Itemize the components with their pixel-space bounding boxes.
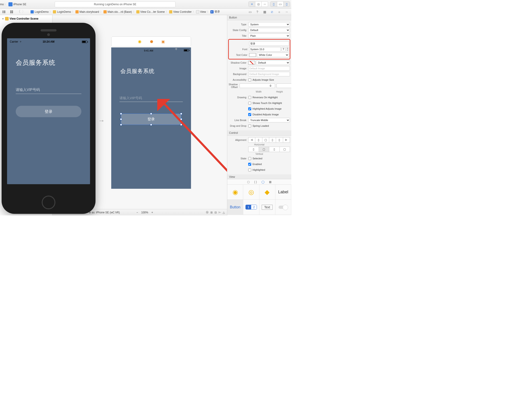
- viewcontroller-dock-icon[interactable]: ◉: [138, 39, 142, 44]
- align-icon[interactable]: ⊟: [215, 211, 217, 214]
- svg-rect-0: [2, 10, 3, 11]
- viewcontroller-icon: [169, 10, 172, 14]
- left-pane-icon[interactable]: ▯: [271, 2, 277, 7]
- zoom-in-icon[interactable]: +: [151, 211, 153, 214]
- storyboard-scene[interactable]: ◉ ⬣ ▣ 9:41 AM 会员服务系统 请输入VIP号码 登录: [111, 36, 191, 189]
- editor-mode-segment[interactable]: ≡ ◎ ↔: [249, 1, 268, 7]
- shadow-width-stepper[interactable]: [239, 84, 275, 88]
- highlighted-checkbox[interactable]: Highlighted: [248, 168, 290, 172]
- shadow-color-popup[interactable]: Default: [256, 60, 290, 65]
- folder-icon: [53, 10, 56, 14]
- help-inspector-icon[interactable]: ?: [255, 10, 259, 14]
- resize-handle[interactable]: [180, 124, 182, 126]
- image-field[interactable]: [248, 66, 290, 71]
- resize-handle[interactable]: [180, 118, 182, 120]
- section-control: Control: [227, 130, 291, 136]
- standard-editor-icon[interactable]: ≡: [249, 2, 255, 7]
- breadcrumb[interactable]: LoginDemo〉 LoginDemo〉 Main.storyboard〉 M…: [30, 10, 248, 14]
- zoom-out-icon[interactable]: −: [136, 211, 138, 214]
- title-label[interactable]: 会员服务系统: [120, 68, 155, 75]
- background-field[interactable]: [248, 72, 290, 76]
- exit-dock-icon[interactable]: ▣: [161, 39, 165, 44]
- login-button-selected[interactable]: 登录: [121, 113, 181, 125]
- file-inspector-icon[interactable]: ▭: [248, 10, 252, 14]
- identity-inspector-icon[interactable]: ▦: [263, 10, 267, 14]
- storyboard-view[interactable]: 9:41 AM 会员服务系统 请输入VIP号码 登录: [111, 47, 191, 189]
- shadow-height-stepper[interactable]: [277, 84, 291, 88]
- scheme-target: iPhone SE: [14, 3, 26, 6]
- library-label[interactable]: Label: [275, 185, 291, 200]
- entry-point-arrow-icon[interactable]: →: [98, 117, 105, 124]
- resize-handle[interactable]: [120, 113, 122, 115]
- outline-toggle-icon[interactable]: [8, 10, 15, 14]
- title-type-popup[interactable]: Plain: [248, 34, 290, 38]
- scheme-selector[interactable]: mo 〉 iPhone SE: [0, 2, 26, 7]
- disclosure-triangle-icon[interactable]: ▼: [2, 18, 4, 20]
- line-break-popup[interactable]: Truncate Middle: [248, 118, 290, 123]
- library-cube[interactable]: ◆: [259, 185, 275, 200]
- version-editor-icon[interactable]: ↔: [261, 2, 268, 7]
- code-snippet-icon[interactable]: { }: [254, 180, 257, 183]
- color-swatch[interactable]: [249, 53, 256, 57]
- scene-dock[interactable]: ◉ ⬣ ▣: [111, 36, 191, 46]
- enabled-checkbox[interactable]: Enabled: [248, 163, 290, 166]
- library-textfield[interactable]: Text: [259, 200, 275, 215]
- project-icon: [30, 10, 34, 14]
- embed-icon[interactable]: ⊞: [210, 211, 213, 214]
- resize-handle[interactable]: [150, 113, 152, 115]
- first-responder-dock-icon[interactable]: ⬣: [150, 39, 153, 44]
- object-library-icon[interactable]: ◯: [261, 180, 264, 183]
- nav-back-icon[interactable]: 〈: [17, 9, 20, 14]
- library-viewcontroller[interactable]: ◉: [227, 185, 243, 200]
- assistant-editor-icon[interactable]: ◎: [255, 2, 261, 7]
- view-as-control[interactable]: w as: iPhone SE (wC hR): [89, 211, 120, 214]
- related-items-icon[interactable]: [0, 10, 8, 14]
- color-swatch[interactable]: [248, 61, 255, 64]
- adjusts-image-size-checkbox[interactable]: Adjusts Image Size: [248, 79, 290, 81]
- connections-inspector-icon[interactable]: →: [284, 10, 288, 14]
- vip-textfield[interactable]: 请输入VIP号码: [119, 96, 183, 102]
- selected-checkbox[interactable]: Selected: [248, 157, 290, 160]
- right-pane-icon[interactable]: ▯: [283, 2, 290, 7]
- h-alignment-segment[interactable]: ⫷▯▢▯▯⫸: [248, 137, 290, 143]
- simulator-screen[interactable]: Carrier ᯤ 10:24 AM 会员服务系统 请输入VIP号码 登录: [7, 38, 90, 184]
- outline-scene-row[interactable]: ▼ View Controller Scene: [1, 16, 52, 21]
- scene-icon: [5, 17, 9, 20]
- zoom-controls[interactable]: − 100% +: [136, 211, 153, 214]
- resize-handle[interactable]: [120, 118, 122, 120]
- canvas-filter-icon[interactable]: ⦿: [206, 211, 209, 214]
- title-text-field[interactable]: [249, 41, 289, 46]
- highlighted-adjusts-checkbox[interactable]: Highlighted Adjusts Image: [248, 107, 290, 110]
- library-slider[interactable]: [275, 200, 291, 215]
- pane-visibility-segment[interactable]: ▯ ▭ ▯: [270, 1, 290, 7]
- scheme-chevron: 〉: [4, 3, 7, 6]
- login-button[interactable]: 登录: [16, 106, 81, 117]
- bottom-pane-icon[interactable]: ▭: [277, 2, 283, 7]
- font-picker-icon[interactable]: T: [282, 47, 285, 52]
- vip-textfield[interactable]: 请输入VIP号码: [16, 88, 81, 94]
- type-popup[interactable]: System: [248, 22, 290, 27]
- nav-forward-icon[interactable]: 〉: [22, 9, 25, 14]
- state-config-popup[interactable]: Default: [248, 28, 290, 32]
- resize-handle[interactable]: [180, 113, 182, 115]
- add-button-icon[interactable]: +: [175, 46, 178, 52]
- shows-touch-checkbox[interactable]: Shows Touch On Highlight: [248, 102, 290, 105]
- resolve-icon[interactable]: △: [223, 211, 225, 214]
- home-button[interactable]: [42, 196, 55, 209]
- library-navcontroller[interactable]: ◎: [243, 185, 259, 200]
- v-alignment-segment[interactable]: ▯▢▯▢: [248, 147, 290, 152]
- resize-handle[interactable]: [150, 124, 152, 126]
- size-inspector-icon[interactable]: ⟐: [277, 10, 281, 14]
- font-field[interactable]: [249, 47, 281, 52]
- spring-loaded-checkbox[interactable]: Spring Loaded: [248, 124, 290, 128]
- library-button[interactable]: Button: [227, 200, 243, 215]
- library-segmented[interactable]: 12: [243, 200, 259, 215]
- disabled-adjusts-checkbox[interactable]: Disabled Adjusts Image: [248, 113, 290, 116]
- file-template-icon[interactable]: ▢: [247, 180, 249, 183]
- pin-icon[interactable]: ⊢: [219, 211, 221, 214]
- attributes-inspector-icon[interactable]: ⎚: [270, 10, 274, 14]
- text-color-popup[interactable]: White Color: [257, 53, 289, 57]
- reverses-highlight-checkbox[interactable]: Reverses On Highlight: [248, 96, 290, 99]
- media-library-icon[interactable]: ▦: [269, 180, 272, 183]
- resize-handle[interactable]: [120, 124, 122, 126]
